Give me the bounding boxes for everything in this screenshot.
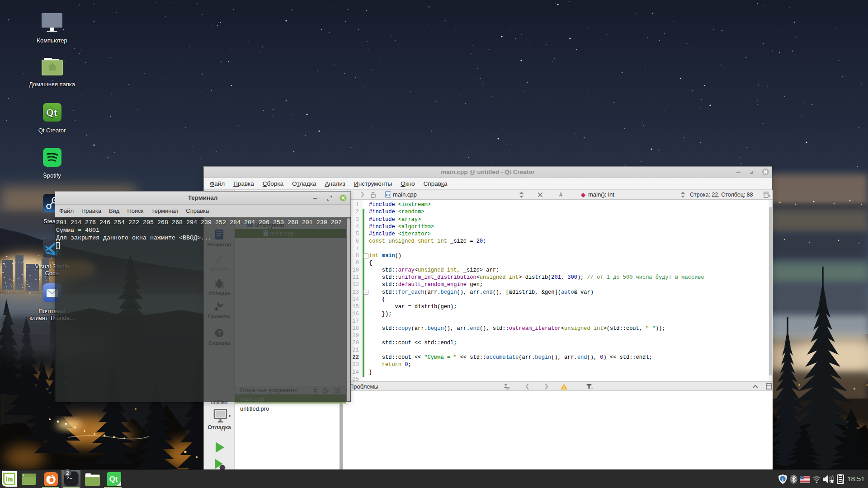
svg-text:2: 2 — [66, 470, 69, 476]
svg-text:Qt: Qt — [46, 107, 57, 118]
svg-text:Qt: Qt — [109, 475, 118, 483]
svg-text:i: i — [782, 477, 783, 482]
svg-text:C+: C+ — [386, 193, 391, 197]
